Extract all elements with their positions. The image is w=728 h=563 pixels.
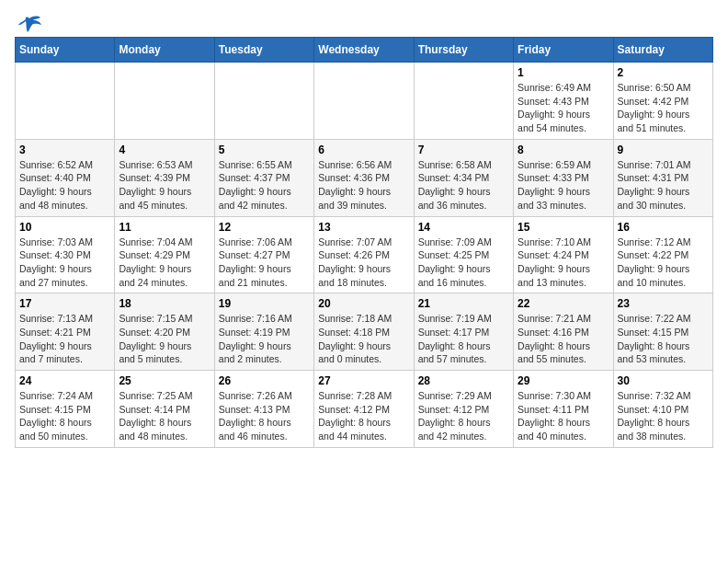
day-info: Sunrise: 6:52 AMSunset: 4:40 PMDaylight:… xyxy=(19,158,110,213)
day-number: 8 xyxy=(518,144,609,156)
day-info: Sunrise: 7:18 AMSunset: 4:18 PMDaylight:… xyxy=(318,312,409,366)
day-info: Sunrise: 7:12 AMSunset: 4:22 PMDaylight:… xyxy=(618,236,709,290)
day-info: Sunrise: 7:16 AMSunset: 4:19 PMDaylight:… xyxy=(219,312,310,366)
calendar-cell: 5Sunrise: 6:55 AMSunset: 4:37 PMDaylight… xyxy=(214,139,313,216)
day-number: 7 xyxy=(418,144,509,156)
calendar-cell: 18Sunrise: 7:15 AMSunset: 4:20 PMDayligh… xyxy=(115,293,214,371)
calendar-header-row: SundayMondayTuesdayWednesdayThursdayFrid… xyxy=(16,38,713,63)
day-info: Sunrise: 6:49 AMSunset: 4:43 PMDaylight:… xyxy=(518,81,609,135)
calendar-cell: 8Sunrise: 6:59 AMSunset: 4:33 PMDaylight… xyxy=(514,139,613,216)
day-number: 2 xyxy=(618,66,709,79)
calendar-cell: 7Sunrise: 6:58 AMSunset: 4:34 PMDaylight… xyxy=(414,139,513,216)
day-info: Sunrise: 6:56 AMSunset: 4:36 PMDaylight:… xyxy=(318,158,409,213)
calendar-cell xyxy=(314,63,414,140)
calendar-cell: 14Sunrise: 7:09 AMSunset: 4:25 PMDayligh… xyxy=(414,216,513,293)
calendar-week-row: 3Sunrise: 6:52 AMSunset: 4:40 PMDaylight… xyxy=(16,139,713,216)
calendar-cell: 11Sunrise: 7:04 AMSunset: 4:29 PMDayligh… xyxy=(115,216,214,293)
day-info: Sunrise: 7:01 AMSunset: 4:31 PMDaylight:… xyxy=(618,158,709,213)
day-number: 11 xyxy=(119,221,210,234)
calendar-cell: 2Sunrise: 6:50 AMSunset: 4:42 PMDaylight… xyxy=(613,63,712,140)
calendar-cell: 22Sunrise: 7:21 AMSunset: 4:16 PMDayligh… xyxy=(514,293,613,371)
calendar-cell xyxy=(214,63,313,140)
day-info: Sunrise: 7:21 AMSunset: 4:16 PMDaylight:… xyxy=(518,312,609,366)
calendar-cell: 16Sunrise: 7:12 AMSunset: 4:22 PMDayligh… xyxy=(613,216,712,293)
day-number: 10 xyxy=(19,221,110,234)
logo-bird-icon xyxy=(17,15,42,35)
day-info: Sunrise: 7:04 AMSunset: 4:29 PMDaylight:… xyxy=(119,236,210,290)
day-number: 27 xyxy=(318,374,409,387)
calendar-cell: 20Sunrise: 7:18 AMSunset: 4:18 PMDayligh… xyxy=(314,293,414,371)
calendar-week-row: 24Sunrise: 7:24 AMSunset: 4:15 PMDayligh… xyxy=(16,371,713,448)
weekday-header-tuesday: Tuesday xyxy=(214,38,313,63)
day-info: Sunrise: 7:32 AMSunset: 4:10 PMDaylight:… xyxy=(618,389,709,443)
day-number: 28 xyxy=(418,374,509,387)
calendar-cell: 25Sunrise: 7:25 AMSunset: 4:14 PMDayligh… xyxy=(115,371,214,448)
day-number: 6 xyxy=(318,144,409,156)
calendar-cell: 6Sunrise: 6:56 AMSunset: 4:36 PMDaylight… xyxy=(314,139,414,216)
day-info: Sunrise: 7:10 AMSunset: 4:24 PMDaylight:… xyxy=(518,236,609,290)
day-info: Sunrise: 7:30 AMSunset: 4:11 PMDaylight:… xyxy=(518,389,609,443)
day-info: Sunrise: 7:15 AMSunset: 4:20 PMDaylight:… xyxy=(119,312,210,366)
weekday-header-saturday: Saturday xyxy=(613,38,712,63)
calendar-cell xyxy=(115,63,214,140)
calendar-cell: 24Sunrise: 7:24 AMSunset: 4:15 PMDayligh… xyxy=(16,371,115,448)
day-number: 16 xyxy=(618,221,709,234)
day-number: 12 xyxy=(219,221,310,234)
day-number: 25 xyxy=(119,374,210,387)
calendar-cell: 13Sunrise: 7:07 AMSunset: 4:26 PMDayligh… xyxy=(314,216,414,293)
day-number: 17 xyxy=(19,297,110,310)
calendar-cell: 23Sunrise: 7:22 AMSunset: 4:15 PMDayligh… xyxy=(613,293,712,371)
calendar-cell: 1Sunrise: 6:49 AMSunset: 4:43 PMDaylight… xyxy=(514,63,613,140)
day-number: 26 xyxy=(219,374,310,387)
day-number: 30 xyxy=(618,374,709,387)
weekday-header-wednesday: Wednesday xyxy=(314,38,414,63)
day-info: Sunrise: 7:24 AMSunset: 4:15 PMDaylight:… xyxy=(19,389,110,443)
calendar-week-row: 1Sunrise: 6:49 AMSunset: 4:43 PMDaylight… xyxy=(16,63,713,140)
day-number: 21 xyxy=(418,297,509,310)
day-number: 22 xyxy=(518,297,609,310)
day-info: Sunrise: 6:55 AMSunset: 4:37 PMDaylight:… xyxy=(219,158,310,213)
calendar-cell: 28Sunrise: 7:29 AMSunset: 4:12 PMDayligh… xyxy=(414,371,513,448)
day-number: 13 xyxy=(318,221,409,234)
day-info: Sunrise: 7:19 AMSunset: 4:17 PMDaylight:… xyxy=(418,312,509,366)
day-number: 24 xyxy=(19,374,110,387)
calendar-cell: 27Sunrise: 7:28 AMSunset: 4:12 PMDayligh… xyxy=(314,371,414,448)
weekday-header-friday: Friday xyxy=(514,38,613,63)
day-info: Sunrise: 7:25 AMSunset: 4:14 PMDaylight:… xyxy=(119,389,210,443)
calendar-cell: 26Sunrise: 7:26 AMSunset: 4:13 PMDayligh… xyxy=(214,371,313,448)
day-number: 20 xyxy=(318,297,409,310)
day-info: Sunrise: 7:07 AMSunset: 4:26 PMDaylight:… xyxy=(318,236,409,290)
day-number: 5 xyxy=(219,144,310,156)
calendar: SundayMondayTuesdayWednesdayThursdayFrid… xyxy=(15,37,713,448)
day-number: 9 xyxy=(618,144,709,156)
weekday-header-monday: Monday xyxy=(115,38,214,63)
calendar-cell xyxy=(414,63,513,140)
calendar-cell: 21Sunrise: 7:19 AMSunset: 4:17 PMDayligh… xyxy=(414,293,513,371)
day-number: 29 xyxy=(518,374,609,387)
weekday-header-sunday: Sunday xyxy=(16,38,115,63)
calendar-cell: 10Sunrise: 7:03 AMSunset: 4:30 PMDayligh… xyxy=(16,216,115,293)
calendar-cell: 12Sunrise: 7:06 AMSunset: 4:27 PMDayligh… xyxy=(214,216,313,293)
calendar-week-row: 10Sunrise: 7:03 AMSunset: 4:30 PMDayligh… xyxy=(16,216,713,293)
calendar-cell: 4Sunrise: 6:53 AMSunset: 4:39 PMDaylight… xyxy=(115,139,214,216)
day-number: 4 xyxy=(119,144,210,156)
day-info: Sunrise: 7:09 AMSunset: 4:25 PMDaylight:… xyxy=(418,236,509,290)
day-number: 19 xyxy=(219,297,310,310)
day-info: Sunrise: 7:28 AMSunset: 4:12 PMDaylight:… xyxy=(318,389,409,443)
day-info: Sunrise: 6:50 AMSunset: 4:42 PMDaylight:… xyxy=(618,81,709,135)
day-info: Sunrise: 6:58 AMSunset: 4:34 PMDaylight:… xyxy=(418,158,509,213)
day-number: 14 xyxy=(418,221,509,234)
day-number: 1 xyxy=(518,66,609,79)
calendar-cell: 19Sunrise: 7:16 AMSunset: 4:19 PMDayligh… xyxy=(214,293,313,371)
calendar-cell: 9Sunrise: 7:01 AMSunset: 4:31 PMDaylight… xyxy=(613,139,712,216)
day-info: Sunrise: 7:29 AMSunset: 4:12 PMDaylight:… xyxy=(418,389,509,443)
calendar-cell: 30Sunrise: 7:32 AMSunset: 4:10 PMDayligh… xyxy=(613,371,712,448)
calendar-cell: 3Sunrise: 6:52 AMSunset: 4:40 PMDaylight… xyxy=(16,139,115,216)
logo xyxy=(15,15,42,29)
calendar-week-row: 17Sunrise: 7:13 AMSunset: 4:21 PMDayligh… xyxy=(16,293,713,371)
day-info: Sunrise: 6:53 AMSunset: 4:39 PMDaylight:… xyxy=(119,158,210,213)
day-info: Sunrise: 7:22 AMSunset: 4:15 PMDaylight:… xyxy=(618,312,709,366)
calendar-cell: 15Sunrise: 7:10 AMSunset: 4:24 PMDayligh… xyxy=(514,216,613,293)
weekday-header-thursday: Thursday xyxy=(414,38,513,63)
day-info: Sunrise: 7:06 AMSunset: 4:27 PMDaylight:… xyxy=(219,236,310,290)
